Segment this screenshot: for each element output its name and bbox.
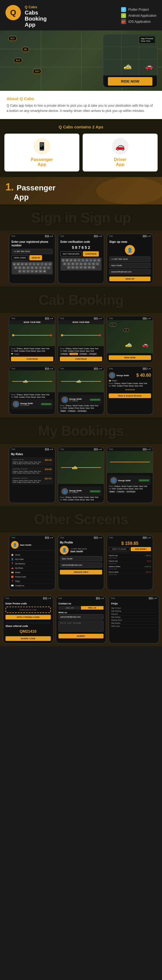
call-us-tab[interactable]: CALL US xyxy=(58,606,81,609)
faq-item-3[interactable]: Payment xyxy=(111,612,157,616)
key-o[interactable]: O xyxy=(44,262,48,266)
key-g2[interactable]: G xyxy=(79,262,83,265)
key-x2[interactable]: X xyxy=(71,266,75,269)
ride-item-1[interactable]: Today, 9:21 am $23.16 Ônibus, World Trad… xyxy=(11,457,53,466)
faq-item-6[interactable]: Map loading xyxy=(111,622,157,625)
signup-button[interactable]: SIGN UP xyxy=(109,277,151,281)
key-h2[interactable]: H xyxy=(83,262,87,265)
key-t[interactable]: T xyxy=(29,262,32,266)
contact-email[interactable]: samsmith@mail.com xyxy=(58,614,104,619)
bd-privacy-tag[interactable]: Go Private xyxy=(126,490,136,493)
key-c[interactable]: C xyxy=(26,270,30,273)
add-money-button[interactable]: ADD MONEY xyxy=(131,547,151,551)
key-l2[interactable]: L xyxy=(96,262,99,265)
key-y2[interactable]: Y xyxy=(81,259,85,262)
ride-item-2[interactable]: Yesterday, 10:22 pm $19.90 Ônibus, World… xyxy=(11,467,53,475)
ts2-people[interactable]: 1 Person xyxy=(67,410,76,412)
zero-to-bank-button[interactable]: ZERO TO BANK xyxy=(109,547,130,551)
key-a2[interactable]: A xyxy=(63,262,66,265)
key-q2[interactable]: Q xyxy=(61,259,65,262)
update-info-button[interactable]: UPDATE INFO xyxy=(60,570,102,574)
promo-code-input[interactable] xyxy=(5,606,51,613)
key-j[interactable]: J xyxy=(39,266,42,269)
key-t2[interactable]: T xyxy=(77,259,81,262)
key-y[interactable]: Y xyxy=(32,262,36,266)
continue-button[interactable]: CONTINUE xyxy=(83,251,99,256)
key-u[interactable]: U xyxy=(36,262,40,266)
continue-booking-button[interactable]: CONTINUE xyxy=(11,357,53,361)
tag-2-people[interactable]: 2 People xyxy=(69,353,78,355)
menu-contact[interactable]: ✉️ Contact us xyxy=(11,584,53,588)
key-g[interactable]: G xyxy=(30,266,34,269)
profile-email-input[interactable]: samsmith@mail.com xyxy=(60,562,102,568)
faq-item-4[interactable]: Map loading xyxy=(111,616,157,619)
ride-now-booking-button[interactable]: RIDE NOW xyxy=(109,355,151,360)
key-d2[interactable]: D xyxy=(71,262,75,265)
contact-message[interactable] xyxy=(58,620,104,632)
apply-promo-button[interactable]: APPLY PROMO CODE xyxy=(5,615,51,619)
key-l[interactable]: L xyxy=(47,266,51,269)
tag-4-people[interactable]: 4 People xyxy=(88,353,97,355)
key-u2[interactable]: U xyxy=(85,259,88,262)
key-s2[interactable]: S xyxy=(67,262,71,265)
key-k[interactable]: K xyxy=(43,266,47,269)
key-e[interactable]: E xyxy=(21,262,24,266)
phone-input-3[interactable]: +1 987 654 3210 xyxy=(109,256,151,262)
ts2-privacy[interactable]: Go Private xyxy=(77,410,87,412)
menu-address[interactable]: 📍 My Address xyxy=(11,562,53,566)
profile-name-input[interactable]: Sam Smith xyxy=(60,556,102,562)
bd-wallet-tag[interactable]: Wallet xyxy=(109,490,115,493)
key-z2[interactable]: Z xyxy=(67,266,71,269)
tag-1-people[interactable]: 1 People xyxy=(60,353,69,355)
key-b[interactable]: B xyxy=(35,270,38,273)
key-o2[interactable]: O xyxy=(93,259,96,262)
key-d[interactable]: D xyxy=(22,266,26,269)
key-a[interactable]: A xyxy=(14,266,18,269)
key-j2[interactable]: J xyxy=(88,262,91,265)
key-m[interactable]: M xyxy=(43,270,47,273)
ts2-wallet[interactable]: Wallet xyxy=(60,410,66,412)
key-f2[interactable]: F xyxy=(75,262,79,265)
key-i[interactable]: I xyxy=(40,262,44,266)
key-q[interactable]: Q xyxy=(13,262,16,266)
menu-rides[interactable]: 🚗 My Rides xyxy=(11,566,53,570)
key-b2[interactable]: B xyxy=(83,266,87,269)
menu-home[interactable]: 🏠 Home xyxy=(11,553,53,557)
key-f[interactable]: F xyxy=(26,266,30,269)
bd-people-tag[interactable]: 1 Person xyxy=(116,490,125,493)
key-m2[interactable]: M xyxy=(92,266,95,269)
key-k2[interactable]: K xyxy=(92,262,95,265)
key-w2[interactable]: W xyxy=(65,259,69,262)
sign-in-button[interactable]: SIGN IN xyxy=(29,255,42,260)
faq-item-5[interactable]: Request Driver xyxy=(111,619,157,622)
phone-input-1[interactable]: +1 987 654 3210 xyxy=(11,249,53,254)
key-p[interactable]: P xyxy=(48,262,51,266)
key-e2[interactable]: E xyxy=(69,259,73,262)
new-user-button[interactable]: NEW USER xyxy=(11,255,28,260)
faq-item-1[interactable]: Sign In Issue xyxy=(111,606,157,609)
email-input-3[interactable]: samsmith@mail.com xyxy=(109,269,151,274)
menu-promo[interactable]: 🎁 Promo Code xyxy=(11,575,53,579)
continue-booking-button-2[interactable]: CONTINUE xyxy=(60,357,102,361)
menu-profile[interactable]: 👤 My Profile xyxy=(11,557,53,562)
key-x[interactable]: X xyxy=(22,270,26,273)
key-i2[interactable]: I xyxy=(89,259,93,262)
key-r2[interactable]: R xyxy=(73,259,77,262)
key-s[interactable]: S xyxy=(18,266,22,269)
key-v2[interactable]: V xyxy=(79,266,83,269)
key-p2[interactable]: P xyxy=(97,259,101,262)
key-n[interactable]: N xyxy=(39,270,42,273)
mail-us-tab[interactable]: MAIL US xyxy=(81,606,104,609)
name-input-3[interactable]: Sam Smith xyxy=(109,263,151,268)
ride-item-3[interactable]: Yesterday, 10:22 pm $17.17 Ônibus, World… xyxy=(11,476,53,485)
key-v[interactable]: V xyxy=(30,270,34,273)
key-r[interactable]: R xyxy=(24,262,28,266)
faq-item-7[interactable]: Other Issue xyxy=(111,625,157,628)
key-z[interactable]: Z xyxy=(18,270,22,273)
menu-wallet[interactable]: 💳 Wallet xyxy=(11,570,53,575)
key-n2[interactable]: N xyxy=(88,266,91,269)
key-w[interactable]: W xyxy=(16,262,20,266)
not-received-button[interactable]: NOT RECEIVED xyxy=(60,251,82,256)
submit-contact-button[interactable]: SUBMIT xyxy=(58,634,104,638)
menu-faqs[interactable]: ❓ FAQs xyxy=(11,579,53,584)
